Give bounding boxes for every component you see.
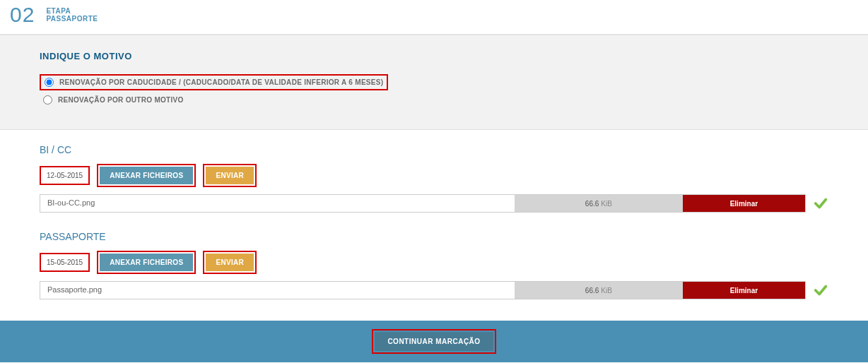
radio-caducidade[interactable] (45, 78, 54, 87)
attach-wrap-bicc: ANEXAR FICHEIROS (97, 164, 196, 187)
file-size-value-passaporte: 66.6 (585, 287, 599, 294)
motivo-option-outro[interactable]: RENOVAÇÃO POR OUTRO MOTIVO (40, 93, 828, 107)
doc-title-bicc: BI / CC (40, 144, 828, 155)
send-wrap-bicc: ENVIAR (203, 164, 257, 187)
send-button-bicc[interactable]: ENVIAR (206, 167, 254, 184)
doc-controls-bicc: 12-05-2015 ANEXAR FICHEIROS ENVIAR (40, 164, 828, 187)
step-number: 02 (10, 3, 35, 27)
attach-button-bicc[interactable]: ANEXAR FICHEIROS (100, 167, 193, 184)
file-size-value-bicc: 66.6 (585, 200, 599, 208)
step-labels: ETAPA PASSAPORTE (46, 7, 98, 23)
check-icon (813, 196, 828, 211)
continue-wrap: CONTINUAR MARCAÇÃO (372, 329, 495, 354)
file-bar-passaporte: Passaporte.png 66.6 KiB Eliminar (40, 281, 806, 299)
radio-outro[interactable] (43, 95, 52, 105)
file-size-passaporte: 66.6 KiB (515, 282, 683, 299)
doc-section-bicc: BI / CC 12-05-2015 ANEXAR FICHEIROS ENVI… (0, 130, 868, 217)
doc-section-passaporte: PASSAPORTE 15-05-2015 ANEXAR FICHEIROS E… (0, 217, 868, 304)
radio-label-outro: RENOVAÇÃO POR OUTRO MOTIVO (58, 96, 184, 104)
file-size-bicc: 66.6 KiB (515, 195, 683, 212)
delete-button-passaporte[interactable]: Eliminar (683, 282, 805, 299)
file-bar-bicc: BI-ou-CC.png 66.6 KiB Eliminar (40, 194, 806, 213)
file-row-passaporte: Passaporte.png 66.6 KiB Eliminar (40, 281, 828, 299)
send-wrap-passaporte: ENVIAR (203, 251, 257, 274)
file-name-bicc: BI-ou-CC.png (40, 195, 515, 212)
step-label-etapa: ETAPA (46, 7, 98, 15)
file-name-passaporte: Passaporte.png (40, 282, 515, 299)
step-header: 02 ETAPA PASSAPORTE (0, 0, 868, 35)
motivo-section: INDIQUE O MOTIVO RENOVAÇÃO POR CADUCIDAD… (0, 35, 868, 130)
motivo-option-highlight: RENOVAÇÃO POR CADUCIDADE / (CADUCADO/DAT… (40, 74, 388, 90)
step-label-passaporte: PASSAPORTE (46, 15, 98, 23)
footer-bar: CONTINUAR MARCAÇÃO (0, 321, 868, 362)
radio-label-caducidade: RENOVAÇÃO POR CADUCIDADE / (CADUCADO/DAT… (59, 78, 383, 86)
send-button-passaporte[interactable]: ENVIAR (206, 254, 254, 271)
file-row-bicc: BI-ou-CC.png 66.6 KiB Eliminar (40, 194, 828, 213)
motivo-title: INDIQUE O MOTIVO (40, 51, 828, 61)
file-size-unit-bicc: KiB (601, 200, 612, 208)
file-size-unit-passaporte: KiB (601, 287, 612, 294)
delete-button-bicc[interactable]: Eliminar (683, 195, 805, 212)
doc-title-passaporte: PASSAPORTE (40, 231, 828, 242)
date-input-passaporte[interactable]: 15-05-2015 (40, 253, 90, 272)
check-icon (813, 282, 828, 298)
attach-wrap-passaporte: ANEXAR FICHEIROS (97, 251, 196, 274)
attach-button-passaporte[interactable]: ANEXAR FICHEIROS (100, 254, 193, 271)
doc-controls-passaporte: 15-05-2015 ANEXAR FICHEIROS ENVIAR (40, 251, 828, 274)
date-input-bicc[interactable]: 12-05-2015 (40, 166, 90, 185)
motivo-option-caducidade[interactable]: RENOVAÇÃO POR CADUCIDADE / (CADUCADO/DAT… (40, 74, 828, 90)
continue-button[interactable]: CONTINUAR MARCAÇÃO (375, 332, 493, 351)
